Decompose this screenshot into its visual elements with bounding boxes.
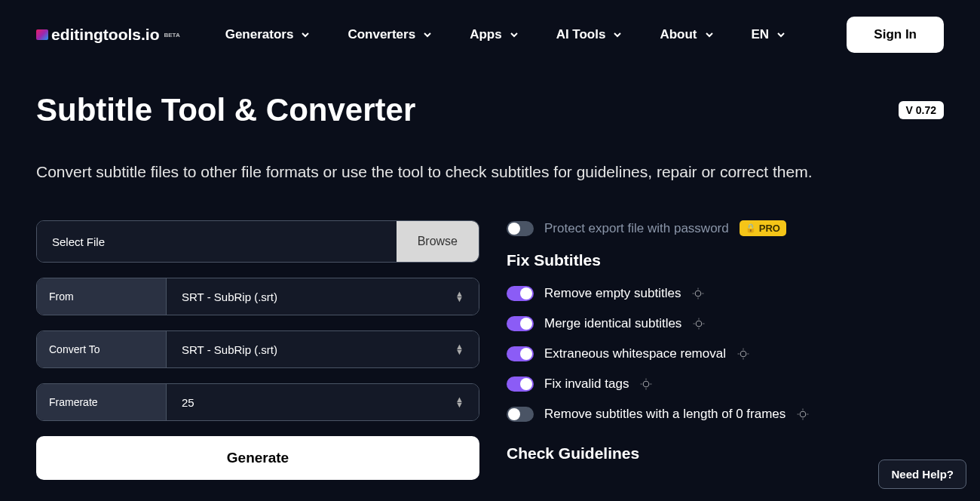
- select-sort-icon: ▲▼: [455, 344, 464, 354]
- nav-generators[interactable]: Generators: [225, 27, 311, 42]
- select-sort-icon: ▲▼: [455, 291, 464, 301]
- fix-tags-row: Fix invalid tags: [507, 377, 944, 392]
- lightbulb-icon: [639, 377, 653, 391]
- remove-empty-row: Remove empty subtitles: [507, 286, 944, 301]
- convert-to-label: Convert To: [37, 331, 167, 367]
- file-input-placeholder[interactable]: Select File: [37, 221, 397, 262]
- file-input: Select File Browse: [36, 220, 479, 263]
- nav-converters[interactable]: Converters: [348, 27, 432, 42]
- nav-language[interactable]: EN: [752, 27, 786, 42]
- content: Subtitle Tool & Converter V 0.72 Convert…: [0, 69, 980, 480]
- sign-in-button[interactable]: Sign In: [847, 17, 944, 53]
- convert-to-select-row: Convert To SRT - SubRip (.srt) ▲▼: [36, 330, 479, 368]
- main-columns: Select File Browse From SRT - SubRip (.s…: [36, 220, 944, 480]
- merge-identical-row: Merge identical subtitles: [507, 316, 944, 331]
- lightbulb-icon: [737, 347, 750, 361]
- fix-tags-toggle[interactable]: [507, 377, 534, 392]
- nav-label: Generators: [225, 27, 294, 42]
- logo-beta: BETA: [164, 32, 179, 38]
- from-select-row: From SRT - SubRip (.srt) ▲▼: [36, 278, 479, 315]
- nav-about[interactable]: About: [660, 27, 713, 42]
- convert-to-select[interactable]: SRT - SubRip (.srt) ▲▼: [167, 331, 479, 367]
- toggle-label: Remove subtitles with a length of 0 fram…: [544, 407, 786, 422]
- protect-password-toggle[interactable]: [507, 221, 534, 236]
- svg-point-20: [801, 411, 807, 417]
- toggle-label: Merge identical subtitles: [544, 316, 681, 331]
- check-guidelines-heading: Check Guidelines: [507, 444, 944, 463]
- framerate-select[interactable]: 25 ▲▼: [167, 384, 479, 420]
- nav-label: About: [660, 27, 697, 42]
- framerate-value: 25: [182, 396, 194, 409]
- lightbulb-icon: [796, 407, 810, 421]
- need-help-button[interactable]: Need Help?: [878, 460, 966, 489]
- svg-point-0: [696, 290, 702, 297]
- zero-frames-toggle[interactable]: [507, 407, 534, 422]
- chevron-down-icon: [776, 30, 786, 39]
- remove-empty-toggle[interactable]: [507, 286, 534, 301]
- version-badge: V 0.72: [899, 101, 944, 119]
- toggle-label: Remove empty subtitles: [544, 286, 681, 301]
- title-row: Subtitle Tool & Converter V 0.72: [36, 92, 944, 128]
- chevron-down-icon: [423, 30, 432, 39]
- options-column: Protect export file with password 🔒PRO F…: [507, 220, 944, 480]
- protect-password-row: Protect export file with password 🔒PRO: [507, 220, 944, 236]
- page-description: Convert subtitle files to other file for…: [36, 163, 944, 181]
- nav-label: Converters: [348, 27, 415, 42]
- nav: Generators Converters Apps AI Tools Abou…: [225, 27, 786, 42]
- select-sort-icon: ▲▼: [455, 397, 464, 407]
- fix-subtitles-heading: Fix Subtitles: [507, 251, 944, 269]
- logo-mark-icon: [36, 29, 48, 40]
- zero-frames-row: Remove subtitles with a length of 0 fram…: [507, 407, 944, 422]
- svg-point-10: [740, 351, 746, 357]
- logo-text: editingtools.io: [51, 26, 159, 44]
- merge-identical-toggle[interactable]: [507, 316, 534, 331]
- header: editingtools.ioBETA Generators Converter…: [0, 0, 980, 69]
- nav-label: EN: [752, 27, 770, 42]
- toggle-label: Fix invalid tags: [544, 377, 629, 392]
- framerate-select-row: Framerate 25 ▲▼: [36, 383, 479, 421]
- logo[interactable]: editingtools.ioBETA: [36, 26, 180, 44]
- page-title: Subtitle Tool & Converter: [36, 92, 415, 128]
- toggle-label: Extraneous whitespace removal: [544, 346, 726, 361]
- nav-apps[interactable]: Apps: [470, 27, 519, 42]
- chevron-down-icon: [705, 30, 714, 39]
- framerate-label: Framerate: [37, 384, 167, 420]
- pro-badge: 🔒PRO: [740, 220, 786, 236]
- convert-to-value: SRT - SubRip (.srt): [182, 343, 277, 356]
- chevron-down-icon: [301, 30, 310, 39]
- lightbulb-icon: [692, 317, 706, 330]
- from-label: From: [37, 278, 167, 315]
- browse-button[interactable]: Browse: [397, 221, 479, 262]
- whitespace-toggle[interactable]: [507, 346, 534, 361]
- nav-label: Apps: [470, 27, 502, 42]
- nav-label: AI Tools: [556, 27, 606, 42]
- from-select[interactable]: SRT - SubRip (.srt) ▲▼: [167, 278, 479, 315]
- svg-point-15: [644, 381, 650, 387]
- chevron-down-icon: [510, 30, 519, 39]
- lightbulb-icon: [691, 287, 705, 300]
- svg-point-5: [697, 321, 703, 327]
- form-column: Select File Browse From SRT - SubRip (.s…: [36, 220, 479, 480]
- protect-password-label: Protect export file with password: [544, 221, 729, 236]
- nav-ai-tools[interactable]: AI Tools: [556, 27, 623, 42]
- whitespace-row: Extraneous whitespace removal: [507, 346, 944, 361]
- generate-button[interactable]: Generate: [36, 436, 479, 480]
- lock-icon: 🔒: [746, 223, 756, 233]
- from-value: SRT - SubRip (.srt): [182, 290, 277, 303]
- chevron-down-icon: [613, 30, 622, 39]
